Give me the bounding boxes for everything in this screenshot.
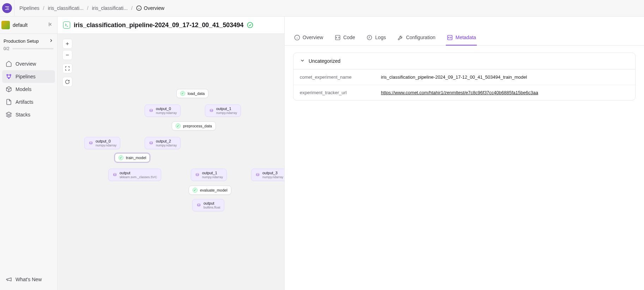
breadcrumb-pipelines[interactable]: Pipelines bbox=[19, 5, 40, 11]
tab-label: Code bbox=[343, 35, 355, 40]
svg-point-4 bbox=[7, 74, 8, 75]
tab-label: Logs bbox=[375, 35, 386, 40]
metadata-section: Uncategorized comet_experiment_name iris… bbox=[293, 53, 636, 101]
database-icon: ⛁ bbox=[88, 140, 93, 145]
detail-tabs: Overview Code Logs Configuration Metadat… bbox=[285, 31, 644, 46]
metadata-row: comet_experiment_name iris_classificatio… bbox=[293, 70, 635, 85]
progress-bar bbox=[12, 48, 54, 49]
tab-overview[interactable]: Overview bbox=[293, 31, 324, 46]
artifact-name: output_1 bbox=[202, 171, 223, 175]
info-icon bbox=[136, 5, 142, 11]
metadata-key: experiment_tracker_url bbox=[300, 90, 381, 95]
step-label: train_model bbox=[126, 156, 146, 160]
step-label: evaluate_model bbox=[200, 188, 227, 192]
artifact-name: output bbox=[203, 201, 220, 206]
breadcrumb-sep: / bbox=[131, 5, 133, 11]
artifact-load-output-0[interactable]: ⛁ output_0numpy.ndarray bbox=[145, 104, 181, 117]
run-title: iris_classification_pipeline-2024_09_17-… bbox=[74, 22, 243, 29]
artifact-pp-output-3[interactable]: ⛁ output_3numpy.ndarray bbox=[251, 169, 287, 181]
code-file-icon bbox=[334, 34, 341, 41]
file-icon bbox=[6, 99, 12, 105]
artifact-load-output-1[interactable]: ⛁ output_1numpy.ndarray bbox=[205, 104, 241, 117]
info-icon bbox=[294, 34, 300, 41]
sidebar-item-label: What's New bbox=[16, 277, 42, 282]
step-evaluate-model[interactable]: ✓ evaluate_model bbox=[189, 186, 231, 195]
tab-label: Overview bbox=[303, 35, 323, 40]
artifact-type: numpy.ndarray bbox=[96, 144, 116, 147]
chevron-down-icon bbox=[300, 58, 305, 64]
experiment-tracker-link[interactable]: https://www.comet.com/htahir1/zenmltest/… bbox=[381, 90, 538, 95]
sidebar-item-label: Models bbox=[16, 86, 31, 92]
artifact-name: output bbox=[120, 171, 157, 175]
tab-configuration[interactable]: Configuration bbox=[396, 31, 436, 46]
sidebar-nav: Overview Pipelines Models Artifacts Stac… bbox=[0, 56, 57, 271]
tab-metadata[interactable]: Metadata bbox=[446, 31, 476, 46]
artifact-type: sklearn.svm._classes.SVC bbox=[120, 175, 157, 179]
chevron-right-icon bbox=[49, 38, 54, 44]
breadcrumb-pipeline-name[interactable]: iris_classificati... bbox=[48, 5, 84, 11]
breadcrumb-overview[interactable]: Overview bbox=[136, 5, 164, 11]
topbar: Pipelines / iris_classificati... / iris_… bbox=[0, 0, 644, 17]
artifact-pp-output-0[interactable]: ⛁ output_0numpy.ndarray bbox=[84, 137, 120, 149]
breadcrumb-sep: / bbox=[43, 5, 44, 11]
database-icon: ⛁ bbox=[196, 203, 201, 207]
metadata-key: comet_experiment_name bbox=[300, 74, 381, 80]
sidebar-item-models[interactable]: Models bbox=[2, 83, 55, 96]
tab-code[interactable]: Code bbox=[334, 31, 356, 46]
tools-icon bbox=[397, 34, 403, 41]
step-train-model[interactable]: ✓ train_model bbox=[115, 153, 150, 162]
artifact-eval-output[interactable]: ⛁ outputbuiltins.float bbox=[192, 199, 224, 211]
home-icon bbox=[6, 61, 12, 67]
app-logo[interactable] bbox=[0, 0, 14, 17]
artifact-name: output_3 bbox=[262, 171, 283, 175]
metadata-section-header[interactable]: Uncategorized bbox=[293, 53, 635, 70]
artifact-train-output[interactable]: ⛁ outputsklearn.svm._classes.SVC bbox=[108, 169, 161, 181]
artifact-name: output_0 bbox=[96, 139, 116, 144]
artifact-type: numpy.ndarray bbox=[156, 111, 177, 115]
sidebar-item-pipelines[interactable]: Pipelines bbox=[2, 70, 55, 83]
artifact-name: output_1 bbox=[216, 107, 237, 111]
workspace-name: default bbox=[13, 22, 28, 28]
step-load-data[interactable]: ✓ load_data bbox=[176, 89, 208, 98]
zenml-logo-icon bbox=[2, 3, 12, 13]
code-brackets-icon bbox=[446, 34, 453, 41]
artifact-type: numpy.ndarray bbox=[262, 175, 283, 179]
database-icon: ⛁ bbox=[148, 140, 153, 145]
cube-icon bbox=[6, 86, 12, 92]
sidebar-item-artifacts[interactable]: Artifacts bbox=[2, 96, 55, 108]
production-setup-row[interactable]: Production Setup bbox=[0, 34, 57, 46]
check-icon: ✓ bbox=[180, 91, 185, 96]
breadcrumb-sep: / bbox=[87, 5, 89, 11]
breadcrumb-run-name[interactable]: iris_classificati... bbox=[92, 5, 128, 11]
workspace-selector[interactable]: default bbox=[0, 17, 57, 34]
sidebar-item-label: Artifacts bbox=[16, 99, 34, 105]
artifact-pp-output-2[interactable]: ⛁ output_2numpy.ndarray bbox=[145, 137, 181, 149]
pipeline-icon bbox=[6, 73, 12, 80]
breadcrumb: Pipelines / iris_classificati... / iris_… bbox=[14, 5, 164, 11]
progress-text: 0/2 bbox=[4, 46, 10, 51]
step-label: preprocess_data bbox=[183, 124, 212, 128]
workspace-badge-icon bbox=[1, 21, 10, 29]
sidebar-item-whats-new[interactable]: What's New bbox=[2, 273, 55, 286]
sidebar-item-label: Overview bbox=[16, 61, 36, 67]
sidebar-collapse-icon[interactable] bbox=[48, 22, 54, 29]
sidebar-item-stacks[interactable]: Stacks bbox=[2, 108, 55, 121]
metadata-value: https://www.comet.com/htahir1/zenmltest/… bbox=[381, 90, 629, 95]
sidebar-item-overview[interactable]: Overview bbox=[2, 58, 55, 70]
production-setup-label: Production Setup bbox=[4, 38, 39, 44]
check-icon: ✓ bbox=[176, 123, 181, 128]
artifact-pp-output-1[interactable]: ⛁ output_1numpy.ndarray bbox=[191, 169, 227, 181]
step-preprocess-data[interactable]: ✓ preprocess_data bbox=[172, 121, 216, 131]
sidebar-item-label: Stacks bbox=[16, 112, 30, 117]
terminal-icon bbox=[63, 22, 70, 29]
artifact-type: numpy.ndarray bbox=[202, 175, 223, 179]
artifact-type: numpy.ndarray bbox=[156, 144, 177, 147]
sidebar: default Production Setup 0/2 Overview Pi… bbox=[0, 17, 57, 290]
artifact-type: numpy.ndarray bbox=[216, 111, 237, 115]
database-icon: ⛁ bbox=[112, 172, 117, 177]
database-icon: ⛁ bbox=[255, 172, 260, 177]
detail-panel: train_model completed Overview Code Logs… bbox=[284, 0, 644, 290]
database-icon: ⛁ bbox=[195, 172, 200, 177]
dag-canvas[interactable]: ✓ load_data ⛁ output_0numpy.ndarray ⛁ ou… bbox=[57, 34, 284, 290]
tab-logs[interactable]: Logs bbox=[366, 31, 387, 46]
